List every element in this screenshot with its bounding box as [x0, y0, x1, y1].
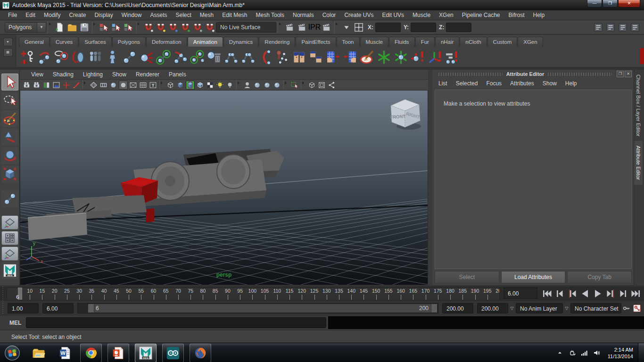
menu-set-dropdown[interactable]: Polygons ▼: [5, 22, 46, 33]
panel-xray-joints-icon[interactable]: [317, 81, 326, 90]
menu-help[interactable]: Help: [529, 11, 549, 19]
attribute-editor-header[interactable]: Attribute Editor ❐ ✕: [433, 70, 634, 78]
toggle-channel-box-toggle-icon[interactable]: [629, 22, 641, 33]
shelf-set-key-icon[interactable]: [19, 49, 36, 66]
viewcube-front-label[interactable]: FRONT: [390, 114, 406, 120]
ae-menu-list[interactable]: List: [438, 80, 453, 87]
shelf-paste-skin-weights-icon[interactable]: [341, 49, 358, 66]
last-tool-joint[interactable]: [1, 190, 18, 207]
toggle-tool-settings-toggle-icon[interactable]: [617, 22, 628, 33]
status-new-scene-icon[interactable]: [54, 22, 66, 33]
shelf-tab-animation[interactable]: Animation: [188, 37, 223, 47]
network-signal-icon[interactable]: [579, 348, 590, 358]
panel-grid-toggle-icon[interactable]: [89, 81, 98, 90]
playback-step-forward-key-button[interactable]: [604, 288, 617, 300]
panel-multisample-aa-icon[interactable]: [272, 81, 281, 90]
tab-attribute-editor[interactable]: Attribute Editor: [634, 141, 643, 185]
layout-four-view[interactable]: [1, 231, 18, 245]
range-end-handle[interactable]: [431, 304, 437, 313]
playback-step-back-key-button[interactable]: [566, 288, 578, 300]
panel-lighting-default-icon[interactable]: [225, 81, 234, 90]
panel-grease-pencil-icon[interactable]: [72, 81, 81, 90]
shelf-joint-tool-icon[interactable]: [121, 49, 138, 66]
panel-field-chart-icon[interactable]: [129, 81, 138, 90]
shelf-tab-surfaces[interactable]: Surfaces: [79, 37, 111, 47]
ae-menu-selected[interactable]: Selected: [456, 80, 483, 87]
panel-lighting-all-icon[interactable]: [215, 81, 224, 90]
panel-float-icon[interactable]: ❐: [617, 71, 624, 77]
status-open-render-view-icon[interactable]: [284, 22, 296, 33]
shelf-copy-skin-weights-icon[interactable]: [324, 49, 341, 66]
shelf-set-driven-key-icon[interactable]: [53, 49, 70, 66]
shelf-anim-curve-icon[interactable]: [36, 49, 53, 66]
shelf-tab-curves[interactable]: Curves: [50, 37, 78, 47]
shelf-quick-rig-icon[interactable]: [273, 49, 290, 66]
status-coordinate-input-icon[interactable]: [353, 22, 364, 33]
menu-pipeline-cache[interactable]: Pipeline Cache: [458, 11, 504, 19]
timeline-ruler[interactable]: 1015202530354045505560657075808590951001…: [7, 287, 500, 300]
status-select-component-icon[interactable]: [123, 22, 134, 33]
shelf-ik-handle-icon[interactable]: [138, 49, 155, 66]
set-key-icon[interactable]: [621, 303, 632, 313]
command-line-mode-label[interactable]: MEL: [9, 320, 21, 326]
layout-persp-outliner[interactable]: [1, 247, 18, 261]
panel-motion-blur-icon[interactable]: [263, 81, 272, 90]
menu-edit[interactable]: Edit: [21, 11, 40, 19]
mel-input-field[interactable]: [26, 317, 326, 328]
shelf-tab-toon[interactable]: Toon: [337, 37, 360, 47]
scale-tool[interactable]: [1, 165, 18, 182]
taskbar-maya-icon[interactable]: MAYA: [135, 344, 157, 362]
shelf-tab-ncloth[interactable]: nCloth: [460, 37, 487, 47]
shelf-rebuild-joint-arc-icon[interactable]: [256, 49, 273, 66]
shelf-tab-dynamics[interactable]: Dynamics: [223, 37, 258, 47]
drag-handle[interactable]: [438, 73, 503, 76]
menu-edit-mesh[interactable]: Edit Mesh: [218, 11, 251, 19]
ae-menu-help[interactable]: Help: [565, 80, 582, 87]
animation-start-field[interactable]: 6.00: [42, 303, 74, 313]
taskbar-clock[interactable]: 2:14 AM 11/13/2014: [608, 346, 633, 360]
panel-textured-icon[interactable]: [186, 81, 195, 90]
select-tool[interactable]: [1, 74, 18, 90]
auto-keyframe-toggle-icon[interactable]: [632, 303, 642, 313]
view-cube[interactable]: FRONT RIGHT: [390, 99, 421, 130]
panel-use-default-material-icon[interactable]: [206, 81, 215, 90]
status-snap-to-projected-center-icon[interactable]: [180, 22, 191, 33]
panel-close-icon[interactable]: ✕: [625, 71, 632, 77]
paint-select-tool[interactable]: [1, 110, 18, 127]
lasso-select-tool[interactable]: [1, 92, 18, 109]
status-ipr-render-icon[interactable]: IPR: [309, 22, 320, 33]
drag-handle[interactable]: [548, 73, 612, 76]
panel-gate-mask-icon[interactable]: [119, 81, 128, 90]
panel-camera-attributes-icon[interactable]: [32, 81, 41, 90]
panel-menu-shading[interactable]: Shading: [48, 71, 78, 78]
panel-menu-renderer[interactable]: Renderer: [131, 71, 164, 78]
status-snap-to-view-planes-icon[interactable]: [192, 22, 203, 33]
shelf-tab-muscle[interactable]: Muscle: [360, 37, 388, 47]
panel-menu-show[interactable]: Show: [107, 71, 131, 78]
status-select-object-icon[interactable]: [111, 22, 122, 33]
shelf-create-character-icon[interactable]: [104, 49, 121, 66]
status-open-scene-icon[interactable]: [66, 22, 78, 33]
shelf-mirror-joint-icon[interactable]: [223, 49, 239, 66]
shelf-menu-button[interactable]: ▦: [3, 48, 13, 57]
status-snap-to-grids-icon[interactable]: [143, 22, 154, 33]
panel-select-camera-icon[interactable]: [22, 81, 31, 90]
ae-menu-show[interactable]: Show: [543, 80, 562, 87]
chevron-down-icon[interactable]: ▽: [563, 306, 570, 311]
row-drag-handle[interactable]: [0, 287, 6, 301]
status-make-object-live-icon[interactable]: [204, 22, 215, 33]
show-desktop-button[interactable]: [638, 343, 644, 362]
menu-mesh-tools[interactable]: Mesh Tools: [252, 11, 289, 19]
current-time-field[interactable]: 6.00: [504, 288, 537, 299]
x-input[interactable]: [375, 23, 401, 32]
menu-xgen[interactable]: XGen: [435, 11, 458, 19]
panel-film-gate-icon[interactable]: [99, 81, 108, 90]
show-hidden-icons-button[interactable]: [555, 348, 565, 358]
taskbar-chrome-icon[interactable]: [80, 344, 102, 362]
shelf-create-cluster-icon[interactable]: [375, 49, 392, 66]
shelf-tab-polygons[interactable]: Polygons: [112, 37, 146, 47]
animation-end-field[interactable]: 200.00: [442, 303, 473, 313]
menu-color[interactable]: Color: [318, 11, 340, 19]
playback-step-forward-frame-button[interactable]: [617, 288, 629, 300]
menu-create[interactable]: Create: [65, 11, 90, 19]
